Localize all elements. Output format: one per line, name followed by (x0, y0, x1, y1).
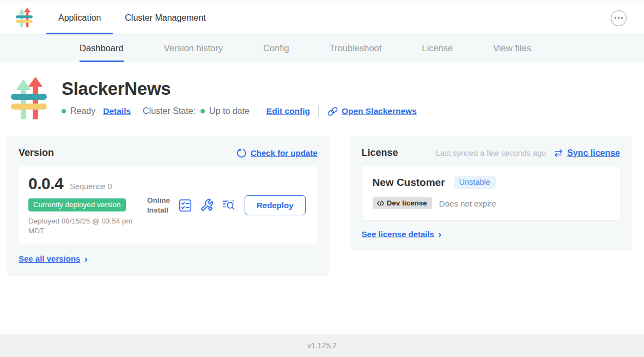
details-link[interactable]: Details (103, 106, 131, 116)
install-type-label: Online Install (147, 196, 170, 215)
app-logo-large-icon (11, 77, 47, 122)
check-for-update-link[interactable]: Check for update (251, 148, 318, 158)
link-icon (327, 106, 338, 117)
app-head: SlackerNews Ready Details Cluster State:… (11, 77, 644, 122)
see-license-details-link[interactable]: See license details (362, 229, 434, 239)
tab-cluster-management[interactable]: Cluster Management (113, 2, 218, 34)
last-synced-text: Last synced a few seconds ago (436, 149, 546, 158)
cluster-state-label: Cluster State: (143, 106, 196, 116)
subnav-tab-troubleshoot[interactable]: Troubleshoot (330, 34, 382, 62)
divider (318, 105, 319, 117)
preflight-checks-icon[interactable] (178, 198, 192, 212)
redeploy-button[interactable]: Redeploy (245, 195, 306, 215)
license-card: License Last synced a few seconds ago Sy… (350, 136, 632, 251)
more-options-button[interactable] (611, 10, 627, 26)
chevron-right-icon: › (84, 253, 87, 264)
app-status-label: Ready (70, 106, 95, 116)
version-actions: Online Install (147, 195, 308, 215)
tab-cluster-management-label: Cluster Management (125, 13, 206, 23)
app-header: Application Cluster Management (0, 2, 644, 34)
refresh-icon (236, 148, 246, 158)
page-title: SlackerNews (62, 78, 417, 99)
version-card: Version Check for update 0.0.4 Sequence … (7, 136, 330, 276)
license-card-title: License (362, 147, 398, 159)
subnav-tab-version-history[interactable]: Version history (164, 34, 223, 62)
ellipsis-icon (615, 17, 617, 19)
version-number: 0.0.4 (28, 174, 63, 193)
tab-application[interactable]: Application (46, 2, 113, 34)
app-status-row: Ready Details Cluster State: Up to date … (62, 105, 417, 117)
app-footer: v1.125.2 (0, 334, 644, 357)
console-version: v1.125.2 (307, 341, 337, 350)
open-app-group: Open Slackernews (327, 106, 417, 117)
deployed-status-badge: Currently deployed version (28, 198, 126, 211)
subnav-tab-view-files[interactable]: View files (493, 34, 531, 62)
sync-license-link[interactable]: Sync license (567, 148, 620, 158)
sync-icon (554, 148, 563, 158)
sync-license-group: Sync license (554, 148, 620, 158)
customer-name: New Customer (373, 177, 445, 189)
cluster-state-value: Up to date (209, 106, 250, 116)
current-version-panel: 0.0.4 Sequence 0 Currently deployed vers… (19, 166, 318, 245)
top-nav: Application Cluster Management (46, 2, 218, 34)
tab-application-label: Application (58, 13, 101, 23)
app-logo-icon (15, 8, 33, 28)
edit-config-link[interactable]: Edit config (266, 106, 310, 116)
cluster-state-dot (201, 109, 205, 113)
app-subnav: Dashboard Version history Config Trouble… (0, 34, 644, 62)
subnav-tab-config[interactable]: Config (263, 34, 289, 62)
license-detail-panel: New Customer Unstable Dev license Does n… (362, 166, 620, 220)
chevron-right-icon: › (438, 229, 441, 239)
divider (258, 105, 258, 117)
license-expiry: Does not expire (439, 199, 496, 208)
channel-badge: Unstable (454, 176, 496, 189)
see-all-versions-link[interactable]: See all versions (19, 254, 80, 263)
code-icon (376, 200, 385, 207)
subnav-tab-dashboard[interactable]: Dashboard (80, 34, 124, 62)
subnav-tab-license[interactable]: License (422, 34, 453, 62)
license-type-badge: Dev license (373, 197, 432, 209)
version-card-title: Version (19, 147, 54, 159)
config-wrench-icon[interactable] (200, 198, 214, 212)
app-status-dot (62, 109, 66, 113)
view-logs-icon[interactable] (222, 198, 235, 212)
dashboard-main: SlackerNews Ready Details Cluster State:… (0, 62, 644, 334)
open-app-link[interactable]: Open Slackernews (342, 106, 417, 116)
version-sequence: Sequence 0 (70, 182, 112, 191)
deployed-timestamp: Deployed 08/15/25 @ 03:54 pm MDT (28, 216, 145, 236)
dashboard-cards: Version Check for update 0.0.4 Sequence … (7, 136, 632, 276)
check-for-update-group: Check for update (236, 148, 318, 158)
